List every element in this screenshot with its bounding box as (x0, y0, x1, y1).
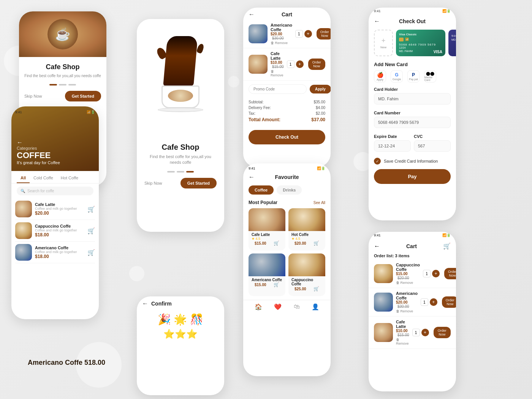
apple-label: Apply (377, 78, 383, 81)
fav-tab-coffee[interactable]: Coffee (249, 185, 274, 195)
nav-bag-icon[interactable]: 🛍 (294, 303, 300, 310)
order-summary: Subtotal: $35.00 Delivery Fee: $4.00 Tax… (243, 98, 331, 126)
card-number-input[interactable] (374, 117, 451, 128)
cart8-item-latte: Cafe Latte $10.00 $15.00 🗑 Remove 1 + Or… (369, 317, 456, 349)
icons-6: 📶🔋 (317, 166, 325, 170)
fav-americano-cart[interactable]: 🛒 (274, 282, 279, 287)
add-to-cart-latte[interactable]: 🛒 (87, 206, 95, 213)
fav-hot-cart[interactable]: 🛒 (314, 241, 319, 246)
back-fav[interactable]: ← (249, 174, 255, 180)
search-bar[interactable]: 🔍 Search for coffe (17, 187, 93, 195)
back-cart8[interactable]: ← (374, 243, 380, 250)
fav-americano-name: Americano Coffe (252, 278, 282, 282)
cart8-americano-remove[interactable]: 🗑 Remove (396, 309, 418, 313)
nav-home-icon[interactable]: 🏠 (255, 303, 262, 310)
back-button-confirm[interactable]: ← (142, 300, 148, 307)
cart8-americano-info: Americano Coffe $20.00 $30.00 🗑 Remove (396, 291, 418, 313)
pay-button[interactable]: Pay (374, 169, 451, 184)
cart8-latte-qty-plus[interactable]: + (421, 329, 429, 336)
fav-capp-cart[interactable]: 🛒 (314, 286, 319, 291)
tax-row: Tax: $2.00 (249, 111, 325, 116)
cart8-americano-img (374, 293, 393, 312)
save-card-checkbox[interactable]: ✓ (374, 158, 381, 165)
apple-pay-icon[interactable]: 🍎 Apply (374, 70, 386, 82)
order-now-latte[interactable]: Order Now (308, 59, 325, 70)
cappuccino-price: $18.00 (35, 232, 84, 238)
add-to-cart-americano[interactable]: 🛒 (87, 249, 95, 256)
expire-input[interactable] (374, 140, 411, 152)
see-all-button[interactable]: See All (314, 201, 325, 205)
paypal-icon[interactable]: P Pay pal (407, 70, 420, 82)
add-new-card-section-title: Add New Card (369, 59, 456, 69)
mastercard-card[interactable]: 5068 MD. FAHIM ⬤⬤ (448, 30, 456, 56)
order-now-americano[interactable]: Order Now (317, 28, 331, 40)
fav-capp-img (288, 253, 325, 276)
order8-americano[interactable]: Order Now (442, 296, 456, 308)
skip-button-3[interactable]: Skip Now (144, 181, 162, 185)
mastercard-icon[interactable]: ⬤⬤ Master Card (424, 70, 436, 82)
checkout-button[interactable]: Check Out (249, 130, 325, 144)
cart8-capp-new-price: $15.00 (396, 272, 408, 276)
fav-americano-price: $15.00 (255, 283, 266, 287)
cat-cold[interactable]: Cold Coffe (30, 174, 57, 183)
cart8-capp-name: Cappuccino Coffe (396, 263, 420, 272)
add-to-cart-cappuccino[interactable]: 🛒 (87, 227, 95, 234)
checkout-status-bar: 9:41 📶🔋 (369, 8, 456, 14)
cart8-capp-img (374, 264, 393, 283)
skip-button[interactable]: Skip Now (24, 94, 42, 98)
latte-remove[interactable]: 🗑 Remove (271, 70, 284, 77)
qty-display: 1 (295, 30, 303, 38)
latte-qty-display: 1 (287, 60, 294, 68)
back-button-cart[interactable]: ← (249, 11, 255, 18)
category-tabs: All Cold Coffe Hot Coffe (11, 171, 99, 184)
get-started-button[interactable]: Get Started (65, 91, 101, 101)
popular-title: Most Popular (249, 200, 277, 205)
cappuccino-name: Cappuccino Coffe (35, 224, 84, 228)
phone3-subtitle: Find the best coffe for you,all you need… (144, 154, 217, 166)
cart8-capp-qty-plus[interactable]: + (432, 270, 440, 277)
americano-cart-name: Americano Coffe (271, 23, 292, 32)
back-checkout[interactable]: ← (374, 18, 380, 25)
qty-plus[interactable]: + (304, 30, 312, 38)
latte-name: Cafe Latte (35, 202, 84, 207)
fav-hot-actions: $20.00 🛒 (291, 241, 322, 246)
get-started-button-3[interactable]: Get Started (180, 178, 217, 188)
phone7-checkout: 9:41 📶🔋 ← Check Out + New Visa Classic 📶… (369, 8, 456, 220)
fav-latte-cart[interactable]: 🛒 (274, 241, 279, 246)
apply-button[interactable]: Apply (310, 85, 331, 93)
cat-hot[interactable]: Hot Coffe (57, 174, 82, 183)
cart8-title: Cart (406, 243, 417, 249)
new-card-label: New (380, 46, 386, 49)
cat-all[interactable]: All (17, 174, 30, 183)
coffee-beans-image: ☕ (48, 19, 78, 49)
google-pay-icon[interactable]: G Google (391, 70, 403, 82)
nav-person-icon[interactable]: 👤 (312, 303, 319, 310)
back-button[interactable]: ← (17, 139, 60, 146)
fav-tab-drinks[interactable]: Drinks (277, 185, 302, 195)
hero-nav-label: Categories (17, 146, 60, 150)
menu-list: Cafe Latte Coffee and milk go together $… (11, 198, 99, 263)
latte-cart-name: Cafe Latte (271, 51, 284, 60)
card-holder-input[interactable] (374, 93, 451, 104)
fav-hot-img (288, 208, 325, 231)
fav-latte-img (249, 208, 285, 231)
cvc-input[interactable] (414, 140, 451, 152)
cart8-americano-qty-plus[interactable]: + (430, 298, 437, 306)
order8-capp[interactable]: Order Now (444, 268, 456, 279)
americano-remove[interactable]: 🗑 Remove (271, 41, 292, 45)
add-new-card-button[interactable]: + New (374, 30, 393, 56)
dot-1 (49, 84, 57, 86)
fav-card-latte: Cafe Latte ★ 4.5 $15.00 🛒 (249, 208, 285, 250)
cart8-capp-remove[interactable]: 🗑 Remove (396, 281, 420, 285)
cart8-capp-qty-box: 1 (423, 270, 431, 277)
order8-latte[interactable]: Order Now (434, 327, 451, 338)
latte-qty-plus[interactable]: + (296, 60, 304, 68)
hero-text: ← Categories COFFEE It's great day for C… (17, 139, 60, 165)
nav-heart-icon[interactable]: ❤️ (274, 303, 282, 310)
cart8-latte-remove[interactable]: 🗑 Remove (396, 338, 409, 345)
checkout-header: ← Check Out (369, 14, 456, 27)
visa-card[interactable]: Visa Classic 📶 5068 4649 7909 5679 12/24… (396, 30, 445, 56)
promo-row: Apply (243, 81, 331, 98)
promo-input[interactable] (249, 84, 307, 94)
cart8-capp-old-price: $20.00 (397, 276, 409, 280)
